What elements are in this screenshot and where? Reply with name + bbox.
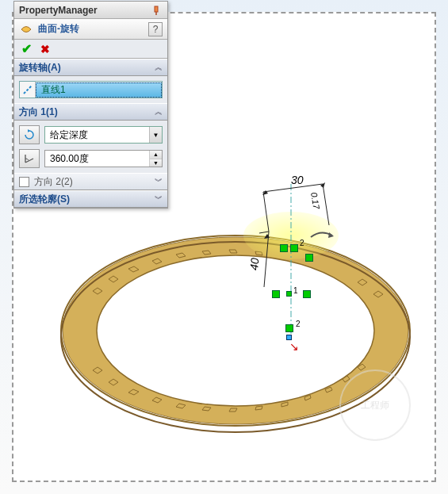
sketch-point [305, 254, 313, 262]
chevron-down-icon: ︾ [155, 176, 163, 187]
group-direction2[interactable]: 方向 2(2) ︾ [14, 173, 167, 190]
reverse-direction-button[interactable] [19, 125, 40, 144]
help-button[interactable]: ? [148, 22, 163, 36]
spinner-down-button[interactable]: ▼ [150, 159, 162, 167]
svg-line-6 [263, 192, 269, 232]
axis-line-icon [20, 82, 36, 98]
sketch-point [285, 324, 293, 332]
angle-spinner[interactable]: 360.00度 ▲ ▼ [44, 150, 163, 167]
confirm-bar: ✔ ✖ [14, 40, 167, 59]
group-revolve-axis[interactable]: 旋转轴(A) ︽ [14, 59, 167, 76]
dimension-height[interactable]: 40 [247, 258, 261, 271]
marker-label-2b: 2 [296, 320, 301, 328]
ok-button[interactable]: ✔ [19, 42, 33, 56]
end-condition-combo[interactable]: 给定深度 ▼ [44, 126, 163, 144]
watermark: 工程师 [339, 370, 411, 441]
cancel-button[interactable]: ✖ [38, 42, 52, 56]
svg-rect-10 [155, 6, 158, 12]
spinner-up-button[interactable]: ▲ [150, 151, 162, 159]
group-axis-body: 直线1 [14, 76, 167, 103]
sketch-origin [286, 335, 292, 340]
feature-header: 曲面-旋转 ? [14, 19, 167, 40]
group-direction1[interactable]: 方向 1(1) ︽ [14, 103, 167, 121]
sketch-point [290, 244, 298, 252]
axis-selection-box[interactable]: 直线1 [19, 81, 163, 98]
sketch-point [272, 290, 280, 298]
svg-line-9 [264, 232, 269, 287]
angle-value[interactable]: 360.00度 [45, 151, 149, 167]
group-direction1-body: 给定深度 ▼ 360.00度 ▲ ▼ [14, 121, 167, 173]
dimension-width[interactable]: 30 [291, 174, 304, 186]
sketch-point [286, 291, 292, 297]
pin-icon[interactable] [150, 5, 163, 16]
axis-selected-value: 直线1 [36, 82, 162, 98]
feature-title: 曲面-旋转 [38, 22, 148, 36]
svg-line-7 [323, 184, 329, 225]
svg-line-12 [24, 86, 32, 94]
end-condition-value: 给定深度 [45, 128, 149, 142]
chevron-down-icon: ▼ [149, 127, 162, 143]
chevron-up-icon: ︽ [155, 106, 163, 117]
marker-label-2: 2 [300, 239, 304, 247]
chevron-down-icon: ︾ [155, 193, 163, 205]
revolve-direction-arrow [307, 228, 339, 247]
group-label: 旋转轴(A) [19, 61, 155, 75]
angle-icon [19, 149, 40, 168]
property-manager-panel: PropertyManager 曲面-旋转 ? ✔ ✖ 旋转轴(A) ︽ 直线1… [13, 1, 168, 209]
group-label: 方向 1(1) [19, 105, 155, 119]
chevron-up-icon: ︽ [155, 62, 163, 73]
sketch-point [280, 244, 288, 252]
panel-title: PropertyManager [19, 5, 150, 16]
group-contour[interactable]: 所选轮廓(S) ︾ [14, 190, 167, 208]
sketch-point [303, 290, 311, 298]
group-label: 所选轮廓(S) [19, 193, 155, 206]
direction2-checkbox[interactable] [19, 177, 29, 187]
group-label: 方向 2(2) [34, 175, 155, 189]
marker-label-1: 1 [293, 286, 298, 295]
svg-line-8 [259, 232, 269, 233]
surface-revolve-icon [19, 22, 33, 36]
panel-titlebar[interactable]: PropertyManager [14, 2, 167, 19]
origin-arrow: ↘ [289, 340, 299, 353]
